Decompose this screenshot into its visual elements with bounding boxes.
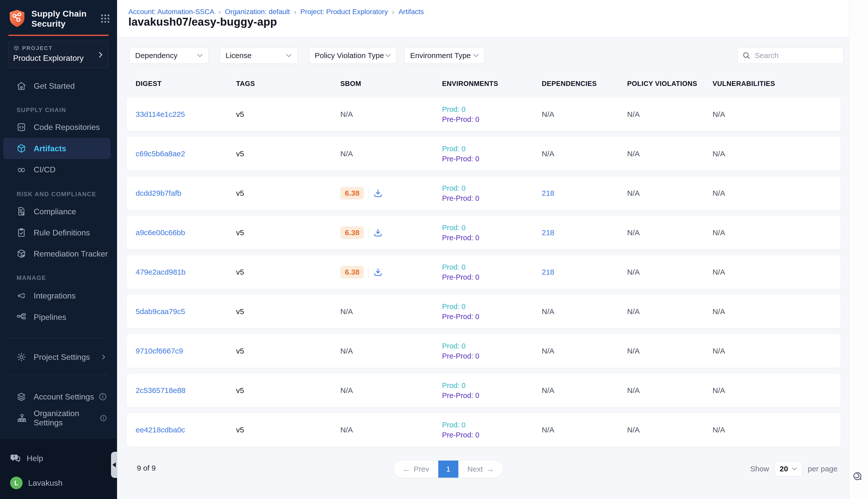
next-page-button[interactable]: Next → [458, 461, 503, 478]
dependencies-link[interactable]: 218 [542, 228, 554, 237]
gear-icon [16, 352, 27, 362]
vulnerabilities-cell: N/A [712, 307, 841, 316]
license-filter-dropdown[interactable]: License [220, 47, 298, 64]
policy-violation-type-filter-dropdown[interactable]: Policy Violation Type [309, 47, 397, 64]
policy-violations-cell: N/A [627, 386, 712, 395]
digest-link[interactable]: 479e2acd981b [136, 268, 186, 276]
vulnerabilities-cell: N/A [712, 110, 841, 119]
digest-link[interactable]: 5dab9caa79c5 [136, 307, 185, 316]
digest-link[interactable]: ee4218cdba0c [136, 426, 185, 434]
vulnerabilities-cell: N/A [712, 347, 841, 355]
sidebar-item-project-settings[interactable]: Project Settings [0, 346, 117, 368]
clipboard-check-icon [16, 227, 27, 238]
sbom-cell: 6.38 [340, 227, 442, 239]
chevron-down-icon [286, 53, 292, 58]
env-prod-count: Prod: 0 [442, 341, 542, 351]
digest-cell: 2c5365718e88 [136, 386, 236, 395]
dependencies-cell: 218 [542, 228, 627, 237]
help-button[interactable]: ? Help [0, 450, 117, 467]
sidebar-item-get-started[interactable]: Get Started [0, 75, 117, 97]
sidebar-collapse-handle[interactable] [111, 452, 117, 478]
digest-link[interactable]: a9c6e00c66bb [136, 228, 185, 237]
tags-cell: v5 [236, 426, 340, 434]
chat-support-icon[interactable] [853, 470, 865, 483]
sidebar-item-remediation-tracker[interactable]: Remediation Tracker [0, 243, 117, 264]
dependencies-link[interactable]: 218 [542, 268, 554, 276]
module-switcher-grid-icon[interactable] [100, 13, 111, 24]
breadcrumb-organization[interactable]: Organization: default [225, 8, 289, 16]
help-chat-icon: ? [10, 453, 21, 464]
digest-cell: a9c6e00c66bb [136, 228, 236, 237]
sidebar-item-organization-settings[interactable]: Organization Settings [0, 407, 117, 429]
digest-link[interactable]: 33d114e1c225 [136, 110, 185, 118]
breadcrumb-project[interactable]: Project: Product Exploratory [300, 8, 388, 16]
environments-cell: Prod: 0 Pre-Prod: 0 [442, 104, 542, 124]
right-edge-strip [849, 0, 868, 499]
sbom-download-icon[interactable] [373, 188, 383, 198]
chevron-right-icon [97, 51, 104, 59]
dependency-filter-dropdown[interactable]: Dependency [129, 47, 209, 64]
sidebar-item-label: CI/CD [34, 165, 55, 174]
sbom-score-badge: 6.38 [340, 187, 364, 199]
table-row: a9c6e00c66bbv5 6.38 Prod: 0 Pre-Prod: 0 … [127, 216, 841, 250]
project-cube-icon [13, 45, 20, 51]
page-size-select[interactable]: 20 [774, 461, 802, 476]
sidebar-item-label: Pipelines [34, 313, 66, 322]
env-prod-count: Prod: 0 [442, 223, 542, 233]
policy-violations-cell: N/A [627, 307, 712, 316]
sidebar-item-integrations[interactable]: Integrations [0, 285, 117, 306]
column-header-policy-violations: POLICY VIOLATIONS [627, 80, 712, 88]
search-input[interactable] [755, 51, 838, 60]
collapse-arrow-icon [112, 462, 116, 467]
policy-violations-cell: N/A [627, 110, 712, 119]
environment-type-filter-dropdown[interactable]: Environment Type [404, 47, 485, 64]
sidebar-item-artifacts[interactable]: Artifacts [3, 138, 111, 159]
sidebar-item-compliance[interactable]: Compliance [0, 201, 117, 222]
dropdown-label: Environment Type [410, 51, 471, 60]
sidebar-divider [8, 338, 109, 338]
env-preprod-count: Pre-Prod: 0 [442, 430, 542, 440]
policy-violations-cell: N/A [627, 189, 712, 197]
sidebar-item-account-settings[interactable]: Account Settings [0, 386, 117, 407]
tags-cell: v5 [236, 307, 340, 316]
dependencies-cell: N/A [542, 149, 627, 158]
env-prod-count: Prod: 0 [442, 302, 542, 312]
dependencies-cell: 218 [542, 268, 627, 276]
next-label: Next [468, 465, 483, 473]
dependencies-cell: N/A [542, 347, 627, 355]
breadcrumb-account[interactable]: Account: Automation-SSCA [128, 8, 214, 16]
vulnerabilities-cell: N/A [712, 386, 841, 395]
product-title: Supply Chain Security [32, 9, 87, 29]
digest-link[interactable]: 9710cf6667c9 [136, 347, 183, 355]
digest-link[interactable]: 2c5365718e88 [136, 386, 186, 394]
breadcrumb: Account: Automation-SSCA › Organization:… [128, 8, 424, 16]
sbom-cell: N/A [340, 386, 442, 395]
user-menu[interactable]: L Lavakush [0, 474, 117, 492]
chevron-right-icon [100, 354, 107, 361]
project-label: PROJECT [22, 45, 52, 51]
org-hierarchy-icon [16, 413, 27, 423]
digest-cell: 5dab9caa79c5 [136, 307, 236, 316]
digest-link[interactable]: dcdd29b7fafb [136, 189, 181, 197]
prev-page-button[interactable]: ← Prev [394, 461, 438, 478]
breadcrumb-artifacts[interactable]: Artifacts [398, 8, 424, 16]
sbom-download-icon[interactable] [373, 228, 383, 238]
sidebar-item-pipelines[interactable]: Pipelines [0, 306, 117, 328]
sidebar-item-label: Project Settings [34, 353, 90, 362]
sidebar-item-code-repositories[interactable]: Code Repositories [0, 117, 117, 138]
page-number-button[interactable]: 1 [438, 461, 458, 478]
info-icon[interactable] [98, 392, 107, 401]
digest-link[interactable]: c69c5b6a8ae2 [136, 149, 185, 158]
sbom-download-icon[interactable] [373, 267, 383, 277]
integrations-icon [16, 291, 27, 301]
table-row: 33d114e1c225v5N/A Prod: 0 Pre-Prod: 0 N/… [127, 97, 841, 131]
digest-cell: dcdd29b7fafb [136, 189, 236, 197]
dependencies-cell: N/A [542, 307, 627, 316]
environments-cell: Prod: 0 Pre-Prod: 0 [442, 183, 542, 203]
sidebar-item-cicd[interactable]: ∞ CI/CD [0, 159, 117, 180]
info-icon[interactable] [100, 414, 107, 422]
project-selector[interactable]: PROJECT Product Exploratory [8, 41, 109, 68]
left-arrow-icon: ← [402, 465, 410, 473]
dependencies-link[interactable]: 218 [542, 189, 554, 197]
sidebar-item-rule-definitions[interactable]: Rule Definitions [0, 222, 117, 243]
